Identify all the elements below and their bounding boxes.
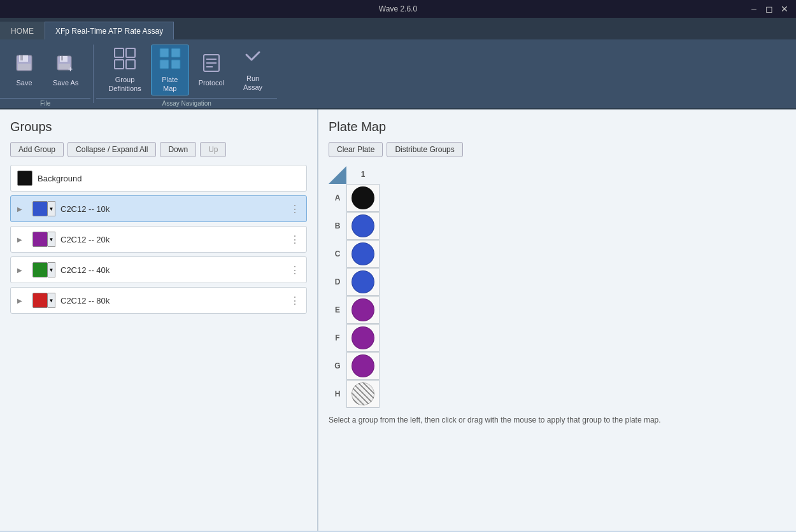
run-assay-icon bbox=[243, 48, 263, 72]
save-as-label: Save As bbox=[53, 79, 78, 87]
save-label: Save bbox=[16, 79, 32, 87]
color-dropdown-btn-10k[interactable]: ▼ bbox=[48, 201, 55, 216]
protocol-label: Protocol bbox=[199, 79, 224, 87]
row-label-E: E bbox=[329, 305, 346, 314]
cell-circle-G1 bbox=[352, 354, 374, 377]
plate-cell-D1[interactable] bbox=[346, 268, 380, 296]
clear-plate-button[interactable]: Clear Plate bbox=[329, 142, 383, 157]
groups-title: Groups bbox=[10, 120, 307, 134]
down-button[interactable]: Down bbox=[160, 142, 196, 157]
plate-row-H: H bbox=[329, 380, 786, 408]
svg-rect-11 bbox=[115, 60, 124, 69]
cell-circle-B1 bbox=[352, 214, 374, 237]
svg-rect-10 bbox=[126, 48, 135, 57]
tab-bar: HOME XFp Real-Time ATP Rate Assay bbox=[0, 18, 796, 39]
protocol-button[interactable]: Protocol bbox=[192, 45, 231, 95]
groups-panel: Groups Add Group Collapse / Expand All D… bbox=[0, 109, 318, 531]
expand-80k-icon[interactable]: ▶ bbox=[17, 297, 27, 304]
add-group-button[interactable]: Add Group bbox=[10, 142, 64, 157]
restore-button[interactable]: ◻ bbox=[763, 3, 776, 15]
plate-row-G: G bbox=[329, 352, 786, 380]
svg-rect-5 bbox=[60, 56, 68, 62]
expand-40k-icon[interactable]: ▶ bbox=[17, 267, 27, 274]
group-item-c2c12-80k[interactable]: ▶ ▼ C2C12 -- 80k ⋮ bbox=[10, 287, 307, 314]
tab-xfp[interactable]: XFp Real-Time ATP Rate Assay bbox=[45, 22, 174, 39]
c2c12-80k-label: C2C12 -- 80k bbox=[60, 296, 285, 305]
groups-toolbar: Add Group Collapse / Expand All Down Up bbox=[10, 142, 307, 157]
group-menu-10k[interactable]: ⋮ bbox=[290, 203, 300, 215]
plate-map-button[interactable]: PlateMap bbox=[151, 45, 189, 95]
plate-cell-E1[interactable] bbox=[346, 296, 380, 324]
plate-cell-A1[interactable] bbox=[346, 184, 380, 212]
close-button[interactable]: ✕ bbox=[778, 3, 791, 15]
group-menu-40k[interactable]: ⋮ bbox=[290, 264, 300, 276]
cell-circle-A1 bbox=[352, 186, 374, 209]
color-swatch-10k bbox=[32, 201, 48, 216]
svg-rect-6 bbox=[61, 56, 63, 60]
tab-home[interactable]: HOME bbox=[0, 22, 45, 39]
window-controls: – ◻ ✕ bbox=[748, 3, 791, 15]
expand-10k-icon[interactable]: ▶ bbox=[17, 206, 27, 213]
group-menu-20k[interactable]: ⋮ bbox=[290, 234, 300, 246]
plate-title: Plate Map bbox=[329, 120, 786, 134]
row-label-F: F bbox=[329, 333, 346, 342]
save-button[interactable]: Save bbox=[5, 45, 43, 95]
c2c12-10k-label: C2C12 -- 10k bbox=[60, 204, 285, 214]
group-def-label: GroupDefinitions bbox=[108, 76, 141, 92]
group-item-c2c12-20k[interactable]: ▶ ▼ C2C12 -- 20k ⋮ bbox=[10, 226, 307, 253]
cell-circle-H1 bbox=[352, 382, 374, 405]
app-title: Wave 2.6.0 bbox=[379, 4, 417, 13]
expand-20k-icon[interactable]: ▶ bbox=[17, 236, 27, 243]
c2c12-40k-label: C2C12 -- 40k bbox=[60, 265, 285, 275]
color-dropdown-btn-80k[interactable]: ▼ bbox=[48, 293, 55, 308]
plate-cell-B1[interactable] bbox=[346, 212, 380, 240]
plate-cell-G1[interactable] bbox=[346, 352, 380, 380]
plate-row-F: F bbox=[329, 324, 786, 352]
plate-row-B: B bbox=[329, 212, 786, 240]
corner-cell bbox=[329, 165, 346, 184]
file-section-label: File bbox=[0, 98, 90, 108]
plate-cell-H1[interactable] bbox=[346, 380, 380, 408]
group-item-c2c12-10k[interactable]: ▶ ▼ C2C12 -- 10k ⋮ bbox=[10, 195, 307, 222]
plate-container: 1 A B C bbox=[329, 165, 786, 408]
cell-circle-D1 bbox=[352, 270, 374, 293]
run-assay-label: RunAssay bbox=[243, 74, 262, 91]
svg-rect-3 bbox=[18, 64, 31, 70]
up-button[interactable]: Up bbox=[200, 142, 226, 157]
row-label-A: A bbox=[329, 193, 346, 202]
minimize-button[interactable]: – bbox=[748, 3, 760, 15]
plate-row-A: A bbox=[329, 184, 786, 212]
ribbon-assay-items: GroupDefinitions PlateMap bbox=[96, 42, 277, 98]
background-color-swatch bbox=[17, 171, 32, 186]
svg-rect-15 bbox=[160, 60, 169, 69]
group-item-c2c12-40k[interactable]: ▶ ▼ C2C12 -- 40k ⋮ bbox=[10, 256, 307, 283]
ribbon: Save + Save As File bbox=[0, 39, 796, 109]
distribute-groups-button[interactable]: Distribute Groups bbox=[387, 142, 462, 157]
collapse-expand-button[interactable]: Collapse / Expand All bbox=[68, 142, 156, 157]
color-dropdown-80k: ▼ bbox=[32, 293, 55, 308]
svg-rect-14 bbox=[171, 48, 180, 57]
run-assay-button[interactable]: RunAssay bbox=[234, 45, 272, 95]
plate-cell-C1[interactable] bbox=[346, 240, 380, 268]
group-item-background[interactable]: Background bbox=[10, 165, 307, 192]
row-label-C: C bbox=[329, 249, 346, 258]
plate-grid: 1 A B C bbox=[329, 165, 786, 408]
plate-row-E: E bbox=[329, 296, 786, 324]
color-dropdown-btn-20k[interactable]: ▼ bbox=[48, 232, 55, 247]
color-dropdown-btn-40k[interactable]: ▼ bbox=[48, 262, 55, 277]
plate-row-D: D bbox=[329, 268, 786, 296]
color-swatch-20k bbox=[32, 232, 48, 247]
c2c12-20k-label: C2C12 -- 20k bbox=[60, 235, 285, 244]
color-dropdown-20k: ▼ bbox=[32, 232, 55, 247]
col-header-1: 1 bbox=[346, 165, 380, 184]
save-as-button[interactable]: + Save As bbox=[46, 45, 85, 95]
svg-rect-9 bbox=[115, 48, 124, 57]
row-label-G: G bbox=[329, 361, 346, 370]
group-definitions-button[interactable]: GroupDefinitions bbox=[101, 45, 148, 95]
title-bar: Wave 2.6.0 – ◻ ✕ bbox=[0, 0, 796, 18]
group-menu-80k[interactable]: ⋮ bbox=[290, 295, 300, 307]
color-swatch-80k bbox=[32, 293, 48, 308]
plate-cell-F1[interactable] bbox=[346, 324, 380, 352]
ribbon-file-items: Save + Save As bbox=[0, 42, 90, 98]
plate-row-C: C bbox=[329, 240, 786, 268]
